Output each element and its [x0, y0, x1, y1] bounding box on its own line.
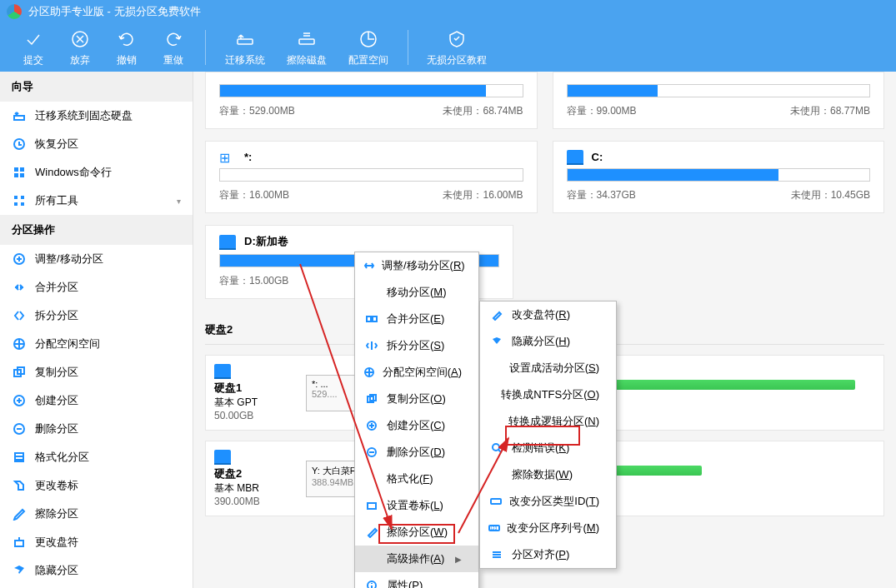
ctx-partition-item-12[interactable]: 属性(P)	[355, 572, 478, 588]
sidebar-ops-item-2[interactable]: 拆分分区	[0, 301, 193, 330]
ctx-partition-item-1[interactable]: 移动分区(M)	[355, 279, 478, 306]
capacity-label: 容量：15.00GB	[219, 274, 288, 288]
ctx-advanced-item-1[interactable]: 隐藏分区(H)	[480, 328, 616, 355]
sidebar-ops-item-7[interactable]: 格式化分区	[0, 443, 193, 471]
menu-item-icon	[363, 392, 380, 406]
ctx-advanced-item-4[interactable]: 转换成逻辑分区(N)	[480, 408, 616, 435]
ctx-advanced-item-7[interactable]: 改变分区类型ID(T)	[480, 488, 616, 515]
sidebar-item-label: 拆分分区	[35, 308, 78, 323]
capacity-label: 容量：34.37GB	[567, 188, 636, 202]
sidebar-ops-item-10[interactable]: 更改盘符	[0, 528, 193, 556]
menu-item-label: 改变盘符(R)	[512, 307, 570, 322]
menu-item-label: 改变分区序列号(M)	[507, 521, 599, 536]
ctx-advanced-item-9[interactable]: 分区对齐(P)	[480, 541, 616, 568]
ctx-partition-item-10[interactable]: 擦除分区(W)	[355, 519, 478, 546]
partition-card[interactable]: ⊞*: 容量：16.00MB未使用：16.00MB	[205, 141, 538, 213]
ctx-advanced-item-8[interactable]: 123 改变分区序列号(M)	[480, 515, 616, 541]
ctx-partition-item-0[interactable]: 调整/移动分区(R)	[355, 252, 478, 279]
sidebar-ops-item-11[interactable]: 隐藏分区	[0, 556, 193, 585]
sidebar-wizard-item-0[interactable]: 迁移系统到固态硬盘	[0, 102, 193, 130]
ctx-partition-item-5[interactable]: 复制分区(O)	[355, 386, 478, 412]
sidebar-wizard-item-3[interactable]: 所有工具▾	[0, 187, 193, 215]
tutorial-button[interactable]: 无损分区教程	[417, 28, 497, 67]
redo-button[interactable]: 重做	[150, 28, 197, 67]
ctx-partition-item-11[interactable]: 高级操作(A) ▶	[355, 546, 478, 572]
partition-name: *:	[244, 151, 252, 163]
ctx-advanced-item-2[interactable]: 设置成活动分区(S)	[480, 355, 616, 381]
partition-name: C:	[592, 151, 603, 163]
wizard-icon	[12, 137, 27, 152]
sidebar-ops-item-4[interactable]: 复制分区	[0, 358, 193, 386]
ctx-partition-item-3[interactable]: 拆分分区(S)	[355, 332, 478, 359]
sidebar-ops-item-8[interactable]: 更改卷标	[0, 471, 193, 500]
usage-bar	[567, 84, 871, 97]
drive-icon	[214, 450, 231, 463]
sidebar-item-label: 删除分区	[35, 421, 78, 436]
ops-icon	[12, 308, 27, 323]
disk-type: 基本 GPT	[214, 396, 306, 410]
menu-item-icon	[363, 339, 380, 352]
menu-item-label: 设置卷标(L)	[387, 498, 443, 513]
sidebar-ops-item-9[interactable]: 擦除分区	[0, 500, 193, 528]
ctx-advanced-item-5[interactable]: 检测错误(K)	[480, 435, 616, 461]
allocate-space-button[interactable]: 配置空间	[338, 28, 399, 67]
partition-card[interactable]: 容量：99.00MB未使用：68.77MB	[553, 72, 885, 129]
menu-item-icon	[488, 335, 505, 348]
menu-item-icon	[488, 468, 505, 481]
disk-title: 硬盘2	[214, 466, 306, 481]
menu-item-icon: 123	[488, 521, 500, 535]
ctx-partition-item-2[interactable]: 合并分区(E)	[355, 306, 478, 332]
sidebar-wizard-item-1[interactable]: 恢复分区	[0, 130, 193, 158]
sidebar-wizard-item-2[interactable]: Windows命令行	[0, 158, 193, 187]
menu-item-label: 擦除数据(W)	[512, 467, 573, 482]
capacity-label: 容量：529.00MB	[219, 104, 295, 118]
undo-button[interactable]: 撤销	[103, 28, 150, 67]
app-logo-icon	[7, 4, 22, 19]
sidebar-ops-item-3[interactable]: 分配空闲空间	[0, 330, 193, 358]
svg-rect-2	[299, 39, 314, 44]
migrate-os-button[interactable]: 迁移系统	[214, 28, 276, 67]
menu-item-icon	[363, 579, 380, 588]
sidebar-item-label: Windows命令行	[35, 165, 112, 180]
sidebar-ops-item-12[interactable]: 检查分区	[0, 585, 193, 588]
sidebar-item-label: 迁移系统到固态硬盘	[35, 108, 133, 123]
free-label: 未使用：68.77MB	[790, 104, 870, 118]
menu-item-label: 格式化(F)	[387, 471, 433, 486]
ctx-partition-item-4[interactable]: 分配空闲空间(A)	[355, 359, 478, 386]
drive-icon	[567, 150, 583, 163]
wipe-disk-button[interactable]: 擦除磁盘	[276, 28, 338, 67]
ctx-partition-item-8[interactable]: 格式化(F)	[355, 466, 478, 492]
svg-rect-10	[14, 196, 18, 199]
partition-card[interactable]: 容量：529.00MB未使用：68.74MB	[205, 72, 538, 129]
sidebar-ops-item-1[interactable]: 合并分区	[0, 273, 193, 301]
ctx-advanced-item-3[interactable]: 转换成NTFS分区(O)	[480, 381, 616, 408]
ctx-advanced-item-0[interactable]: 改变盘符(R)	[480, 301, 616, 328]
partition-card[interactable]: C: 容量：34.37GB未使用：10.45GB	[553, 141, 885, 213]
sidebar-ops-item-0[interactable]: 调整/移动分区	[0, 245, 193, 273]
ctx-partition-item-9[interactable]: 设置卷标(L)	[355, 492, 478, 519]
svg-rect-26	[373, 316, 377, 321]
discard-button[interactable]: 放弃	[57, 28, 103, 67]
menu-item-label: 检测错误(K)	[512, 441, 569, 456]
wizard-icon	[12, 108, 27, 123]
sidebar-ops-item-5[interactable]: 创建分区	[0, 386, 193, 415]
menu-item-label: 高级操作(A)	[387, 551, 444, 566]
menu-item-label: 属性(P)	[387, 578, 423, 588]
ctx-partition-item-7[interactable]: 删除分区(D)	[355, 439, 478, 466]
svg-rect-6	[14, 167, 18, 172]
sidebar-ops-item-6[interactable]: 删除分区	[0, 415, 193, 443]
commit-button[interactable]: 提交	[10, 28, 57, 67]
menu-item-icon	[363, 552, 380, 566]
sidebar-item-label: 所有工具	[35, 193, 78, 208]
menu-item-label: 转换成逻辑分区(N)	[508, 414, 599, 429]
sidebar-item-label: 隐藏分区	[35, 563, 78, 578]
disk-title: 硬盘1	[214, 381, 306, 396]
ctx-partition-item-6[interactable]: 创建分区(C)	[355, 412, 478, 439]
menu-item-icon	[363, 526, 380, 539]
menu-item-icon	[363, 446, 380, 459]
ctx-advanced-item-6[interactable]: 擦除数据(W)	[480, 461, 616, 488]
wizard-icon	[12, 193, 27, 208]
menu-item-icon	[363, 312, 380, 326]
disk-info-block: 硬盘2 基本 MBR 390.00MB	[214, 450, 306, 507]
disk-info-block: 硬盘1 基本 GPT 50.00GB	[214, 364, 306, 421]
